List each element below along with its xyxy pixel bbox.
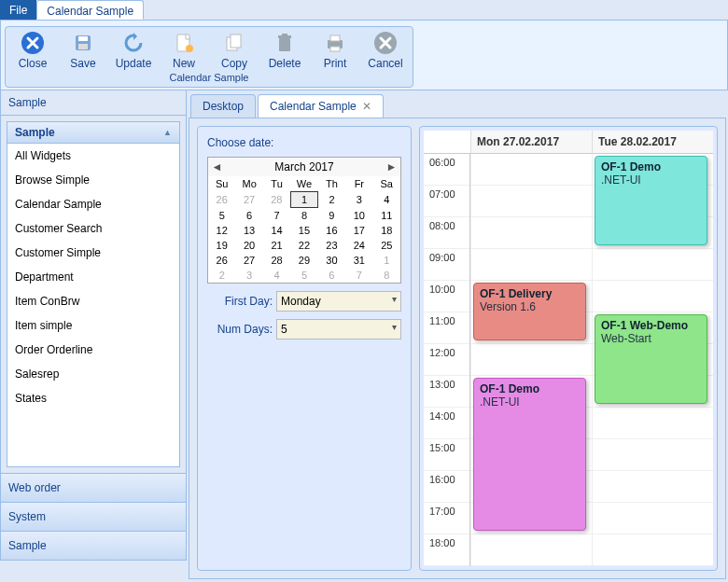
sidebar-item[interactable]: Department xyxy=(7,265,179,289)
calendar-day[interactable]: 6 xyxy=(235,208,262,224)
calendar-day[interactable]: 21 xyxy=(263,238,290,253)
calendar-day[interactable]: 8 xyxy=(373,268,400,283)
sidebar-panel-header[interactable]: Sample ▲ xyxy=(7,122,179,144)
hour-label: 15:00 xyxy=(424,439,469,471)
calendar-day[interactable]: 29 xyxy=(290,253,317,268)
next-month-icon[interactable]: ► xyxy=(385,160,399,173)
print-button[interactable]: Print xyxy=(315,31,355,70)
hour-label: 09:00 xyxy=(424,249,469,281)
calendar-day[interactable]: 31 xyxy=(345,253,372,268)
event-title: OF-1 Demo xyxy=(601,160,701,173)
svg-rect-12 xyxy=(330,35,340,41)
num-days-select[interactable]: 5 xyxy=(276,319,401,340)
sidebar-item[interactable]: Item simple xyxy=(7,313,179,338)
calendar-day[interactable]: 15 xyxy=(290,223,317,238)
calendar-day[interactable]: 8 xyxy=(290,208,317,224)
calendar-day[interactable]: 16 xyxy=(318,223,345,238)
calendar-day[interactable]: 4 xyxy=(373,192,400,208)
calendar-day[interactable]: 19 xyxy=(208,238,235,253)
tab[interactable]: Calendar Sample✕ xyxy=(258,94,384,118)
calendar-day[interactable]: 14 xyxy=(263,223,290,238)
menu-file[interactable]: File xyxy=(0,0,36,20)
calendar-day[interactable]: 9 xyxy=(318,208,345,224)
calendar-day[interactable]: 2 xyxy=(318,192,345,208)
calendar-day[interactable]: 27 xyxy=(235,192,262,208)
calendar-day[interactable]: 7 xyxy=(345,268,372,283)
sidebar-item[interactable]: Customer Simple xyxy=(7,241,179,265)
cancel-label: Cancel xyxy=(368,57,402,70)
calendar-day[interactable]: 25 xyxy=(373,238,400,253)
sidebar-link[interactable]: Sample xyxy=(1,531,186,560)
calendar-day[interactable]: 5 xyxy=(208,208,235,224)
day-column[interactable]: OF-1 DeliveryVersion 1.6OF-1 Demo.NET-UI xyxy=(470,154,592,566)
calendar-columns: OF-1 DeliveryVersion 1.6OF-1 Demo.NET-UI… xyxy=(470,154,713,566)
save-button[interactable]: Save xyxy=(63,31,103,70)
close-icon[interactable]: ✕ xyxy=(362,100,371,113)
calendar-header: Mon 27.02.2017Tue 28.02.2017 xyxy=(424,131,713,154)
calendar-day[interactable]: 28 xyxy=(263,253,290,268)
calendar-day[interactable]: 3 xyxy=(235,268,262,283)
calendar-day[interactable]: 20 xyxy=(235,238,262,253)
calendar-day[interactable]: 12 xyxy=(208,223,235,238)
update-button[interactable]: Update xyxy=(114,31,153,70)
tab-label: Calendar Sample xyxy=(270,100,357,113)
collapse-icon[interactable]: ▲ xyxy=(163,128,172,137)
calendar-day[interactable]: 7 xyxy=(263,208,290,224)
calendar-event[interactable]: OF-1 DeliveryVersion 1.6 xyxy=(473,283,586,340)
calendar-day[interactable]: 18 xyxy=(373,223,400,238)
day-column[interactable]: OF-1 Demo.NET-UIOF-1 Web-DemoWeb-Start xyxy=(592,154,713,566)
calendar-day[interactable]: 3 xyxy=(345,192,372,208)
calendar-day[interactable]: 24 xyxy=(345,238,372,253)
ribbon-group: CloseSaveUpdateNewCopyDeletePrintCancel … xyxy=(5,26,413,88)
hour-label: 13:00 xyxy=(424,376,469,408)
calendar-day[interactable]: 2 xyxy=(208,268,235,283)
calendar-day[interactable]: 17 xyxy=(345,223,372,238)
svg-rect-3 xyxy=(78,44,88,49)
hour-label: 08:00 xyxy=(424,217,469,249)
sidebar-item[interactable]: Customer Search xyxy=(7,216,179,241)
sidebar-item[interactable]: Order Orderline xyxy=(7,338,179,362)
cancel-button[interactable]: Cancel xyxy=(366,31,405,70)
calendar-event[interactable]: OF-1 Demo.NET-UI xyxy=(473,378,586,531)
hour-label: 07:00 xyxy=(424,186,469,217)
sidebar-link[interactable]: System xyxy=(1,502,186,531)
sidebar-panel: Sample ▲ All WidgetsBrowse SimpleCalenda… xyxy=(7,121,180,467)
tab[interactable]: Desktop xyxy=(190,94,256,118)
workspace: Choose date: ◄ March 2017 ► SuMoTuWeThFr… xyxy=(189,118,726,579)
print-label: Print xyxy=(324,57,347,70)
calendar-day[interactable]: 27 xyxy=(235,253,262,268)
calendar-day[interactable]: 5 xyxy=(290,268,317,283)
calendar-day[interactable]: 11 xyxy=(373,208,400,224)
calendar-day[interactable]: 26 xyxy=(208,253,235,268)
new-button[interactable]: New xyxy=(164,31,203,70)
calendar-day[interactable]: 4 xyxy=(263,268,290,283)
sidebar-item[interactable]: All Widgets xyxy=(7,144,179,168)
calendar-day[interactable]: 23 xyxy=(318,238,345,253)
day-header: Mon 27.02.2017 xyxy=(470,131,592,153)
calendar-day[interactable]: 1 xyxy=(373,253,400,268)
sidebar-item[interactable]: Item ConBrw xyxy=(7,289,179,313)
calendar-day[interactable]: 28 xyxy=(263,192,290,208)
calendar-day[interactable]: 1 xyxy=(290,192,317,208)
calendar-event[interactable]: OF-1 Demo.NET-UI xyxy=(595,156,707,245)
close-button[interactable]: Close xyxy=(13,31,52,70)
calendar-day[interactable]: 13 xyxy=(235,223,262,238)
calendar-day[interactable]: 10 xyxy=(345,208,372,224)
calendar-day[interactable]: 6 xyxy=(318,268,345,283)
prev-month-icon[interactable]: ◄ xyxy=(210,160,224,173)
calendar-day[interactable]: 22 xyxy=(290,238,317,253)
menu-tab-calendar[interactable]: Calendar Sample xyxy=(36,0,144,20)
calendar-event[interactable]: OF-1 Web-DemoWeb-Start xyxy=(595,314,707,404)
sidebar-link[interactable]: Web order xyxy=(1,473,186,502)
first-day-select[interactable]: Monday xyxy=(276,291,401,312)
hour-label: 18:00 xyxy=(424,534,469,566)
sidebar-item[interactable]: States xyxy=(7,386,179,410)
copy-button[interactable]: Copy xyxy=(215,31,254,70)
sidebar-item[interactable]: Salesrep xyxy=(7,362,179,386)
sidebar-item[interactable]: Calendar Sample xyxy=(7,192,179,216)
calendar-day[interactable]: 30 xyxy=(318,253,345,268)
sidebar-item[interactable]: Browse Simple xyxy=(7,168,179,192)
calendar-day[interactable]: 26 xyxy=(208,192,235,208)
mini-calendar[interactable]: ◄ March 2017 ► SuMoTuWeThFrSa26272812345… xyxy=(207,157,401,284)
delete-button[interactable]: Delete xyxy=(265,31,304,70)
